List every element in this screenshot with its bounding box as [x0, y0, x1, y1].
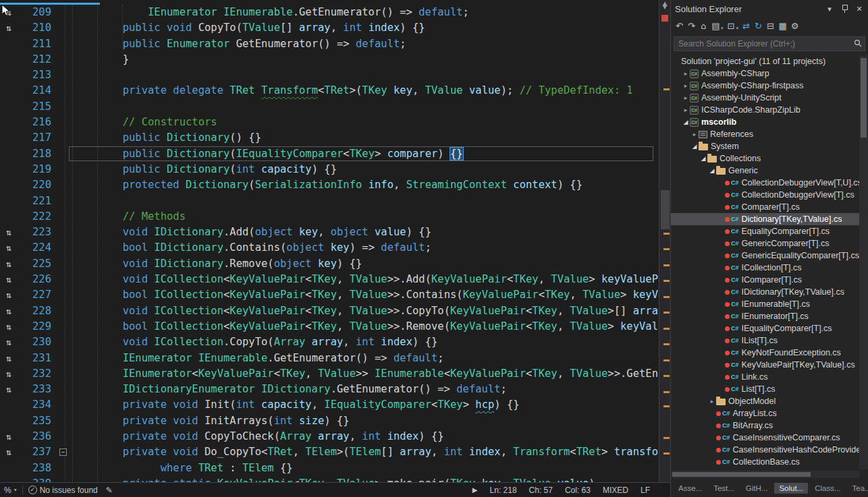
code-text[interactable]: bool IDictionary.Contains(object key) =>…: [71, 240, 659, 256]
tree-item[interactable]: C#Dictionary[TKey,TValue].cs: [671, 213, 859, 225]
fold-margin[interactable]: [51, 52, 71, 67]
code-line[interactable]: ⇅233 IDictionaryEnumerator IDictionary.G…: [0, 382, 659, 397]
code-line[interactable]: 216 // Constructors: [0, 115, 659, 130]
tree-horizontal-scrollbar-thumb[interactable]: [672, 472, 811, 477]
code-line[interactable]: ⇅223 void IDictionary.Add(object key, ob…: [0, 225, 659, 240]
implements-icon[interactable]: ⇅: [6, 447, 11, 457]
gutter-margin[interactable]: ⇅: [0, 334, 18, 350]
code-text[interactable]: // Constructors: [71, 115, 659, 130]
gutter-margin[interactable]: ⇅: [0, 444, 18, 460]
line-number[interactable]: 239: [18, 476, 51, 482]
tree-item[interactable]: C#ICollection[T].cs: [671, 262, 859, 274]
zoom-control[interactable]: % ▾: [0, 486, 21, 495]
code-text[interactable]: void ICollection<KeyValuePair<TKey, TVal…: [71, 303, 659, 319]
line-number[interactable]: 210: [18, 20, 51, 36]
gutter-margin[interactable]: [0, 99, 18, 115]
fold-margin[interactable]: [51, 146, 71, 162]
issues-indicator[interactable]: ✓ No issues found: [24, 486, 102, 495]
collapse-all-button[interactable]: ⊟: [765, 20, 776, 32]
scrollbar-annotation-mark[interactable]: [663, 359, 670, 361]
search-input[interactable]: [677, 38, 854, 49]
line-number[interactable]: 221: [18, 194, 51, 209]
implements-icon[interactable]: ⇅: [6, 337, 11, 347]
tree-item[interactable]: C#EqualityComparer[T].cs: [671, 225, 859, 237]
line-number[interactable]: 228: [18, 303, 51, 319]
code-line[interactable]: 234 private void Init(int capacity, IEqu…: [0, 397, 659, 413]
code-text[interactable]: // Methods: [71, 209, 659, 225]
line-number[interactable]: 236: [18, 429, 51, 444]
implements-icon[interactable]: ⇅: [6, 306, 11, 316]
tool-window-tab[interactable]: GitH...: [741, 483, 773, 494]
tree-item[interactable]: ◢Collections: [671, 152, 859, 165]
tree-vertical-scrollbar[interactable]: [859, 55, 868, 469]
fold-margin[interactable]: [51, 177, 71, 193]
search-box[interactable]: [674, 36, 865, 51]
code-line[interactable]: ⇅228 void ICollection<KeyValuePair<TKey,…: [0, 303, 659, 319]
fold-margin[interactable]: [51, 461, 71, 476]
line-number[interactable]: 218: [18, 146, 51, 162]
tree-item[interactable]: ▸C#ICSharpCode.SharpZipLib: [671, 104, 859, 116]
scrollbar-annotation-mark[interactable]: [663, 375, 670, 377]
scrollbar-annotation-mark[interactable]: [663, 437, 670, 439]
tool-window-tab[interactable]: Test...: [709, 483, 739, 494]
code-line[interactable]: 219 public Dictionary(int capacity) {}: [0, 162, 659, 177]
line-number[interactable]: 214: [18, 83, 51, 98]
fold-margin[interactable]: [51, 272, 71, 287]
fold-margin[interactable]: [51, 67, 71, 83]
code-lines[interactable]: ⇅209 IEnumerator IEnumerable.GetEnumerat…: [0, 5, 659, 482]
solution-tree[interactable]: Solution 'project-gui' (11 of 11 project…: [671, 55, 859, 469]
forward-button[interactable]: ↷: [686, 20, 697, 32]
zoom-caret-icon[interactable]: ▾: [14, 487, 17, 493]
tree-item[interactable]: C#IEnumerable[T].cs: [671, 298, 859, 310]
code-line[interactable]: ⇅229 bool ICollection<KeyValuePair<TKey,…: [0, 319, 659, 334]
code-text[interactable]: void IDictionary.Add(object key, object …: [71, 225, 659, 240]
code-text[interactable]: [71, 194, 659, 209]
code-text[interactable]: void ICollection<KeyValuePair<TKey, TVal…: [71, 272, 659, 287]
implements-icon[interactable]: ⇅: [6, 369, 11, 379]
edit-mode-icon[interactable]: ✎: [102, 486, 117, 495]
code-line[interactable]: 214 private delegate TRet Transform<TRet…: [0, 83, 659, 98]
code-text[interactable]: private delegate TRet Transform<TRet>(TK…: [71, 83, 659, 98]
line-number[interactable]: 226: [18, 272, 51, 287]
code-line[interactable]: ⇅227 bool ICollection<KeyValuePair<TKey,…: [0, 287, 659, 303]
fold-margin[interactable]: [51, 256, 71, 272]
fold-margin[interactable]: [51, 194, 71, 209]
fold-margin[interactable]: [51, 334, 71, 350]
fold-margin[interactable]: [51, 476, 71, 482]
code-text[interactable]: public Enumerator GetEnumerator() => def…: [71, 36, 659, 52]
implements-icon[interactable]: ⇅: [6, 322, 11, 332]
line-number[interactable]: 219: [18, 162, 51, 177]
gutter-margin[interactable]: ⇅: [0, 429, 18, 444]
panel-title-bar[interactable]: Solution Explorer ▾ ✕: [671, 0, 868, 18]
gutter-margin[interactable]: ⇅: [0, 351, 18, 366]
line-number[interactable]: 209: [18, 5, 51, 20]
scrollbar-annotation-mark[interactable]: [663, 233, 670, 235]
fold-margin[interactable]: [51, 240, 71, 256]
gutter-margin[interactable]: [0, 162, 18, 177]
code-text[interactable]: bool ICollection<KeyValuePair<TKey, TVal…: [71, 319, 659, 334]
tree-item[interactable]: ◢C#mscorlib: [671, 116, 859, 128]
fold-margin[interactable]: [51, 429, 71, 444]
tree-item[interactable]: ◢Generic: [671, 165, 859, 177]
line-number[interactable]: 216: [18, 115, 51, 130]
gutter-margin[interactable]: ⇅: [0, 382, 18, 397]
gutter-margin[interactable]: [0, 67, 18, 83]
fold-margin[interactable]: [51, 287, 71, 303]
gutter-margin[interactable]: [0, 476, 18, 482]
tree-item[interactable]: C#CollectionBase.cs: [671, 456, 859, 468]
scrollbar-annotation-mark[interactable]: [663, 312, 670, 314]
expander-icon[interactable]: ▸: [682, 107, 690, 113]
expander-icon[interactable]: ▸: [690, 131, 699, 138]
implements-icon[interactable]: ⇅: [6, 227, 11, 237]
line-number[interactable]: 211: [18, 36, 51, 52]
scrollbar-annotation-mark[interactable]: [663, 248, 670, 250]
tree-item[interactable]: C#CaseInsensitiveComparer.cs: [671, 432, 859, 444]
gutter-margin[interactable]: [0, 397, 18, 413]
code-text[interactable]: protected Dictionary(SerializationInfo i…: [71, 177, 659, 193]
code-editor[interactable]: ⇅209 IEnumerator IEnumerable.GetEnumerat…: [0, 0, 670, 482]
code-text[interactable]: where TRet : TElem {}: [71, 461, 659, 476]
tree-item[interactable]: C#GenericEqualityComparer[T].cs: [671, 250, 859, 262]
scope-to-this-button[interactable]: ⊡: [726, 20, 737, 32]
gutter-margin[interactable]: ⇅: [0, 319, 18, 334]
search-icon[interactable]: [854, 39, 862, 49]
